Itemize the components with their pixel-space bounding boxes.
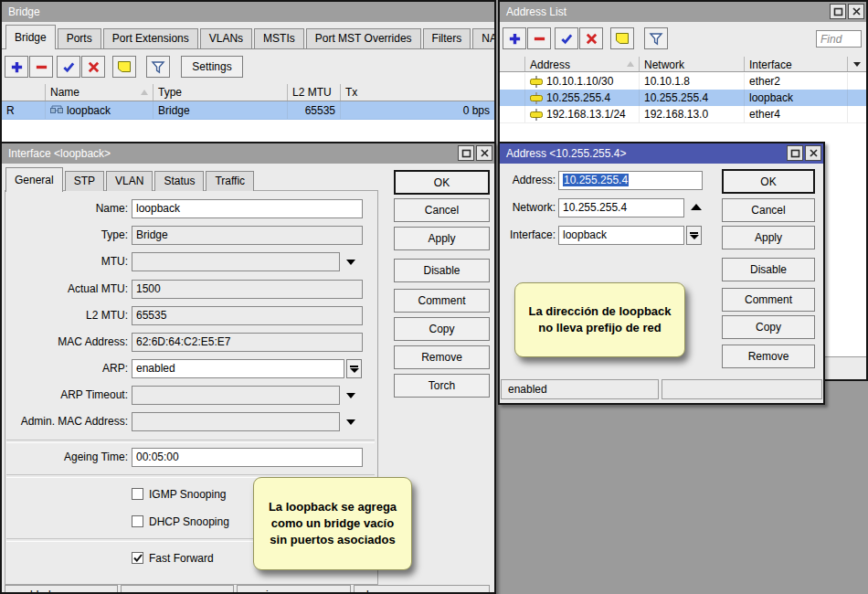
tab-status[interactable]: Status [154,171,204,191]
filter-address-button[interactable] [644,27,668,49]
arp-combo-button[interactable] [346,359,362,378]
torch-button[interactable]: Torch [394,374,490,398]
admin-mac-field[interactable] [132,412,340,431]
filter-button[interactable] [146,56,170,78]
enable-button[interactable] [57,56,80,78]
bridge-table-header: Name Type L2 MTU Tx [2,84,494,101]
tab-mstis[interactable]: MSTIs [254,28,304,48]
checkmark-icon [133,554,143,562]
settings-button[interactable]: Settings [181,56,243,78]
tab-filters[interactable]: Filters [423,28,471,48]
maximize-button[interactable] [830,4,846,19]
address-field[interactable]: 10.255.255.4 [558,171,703,190]
arp-field[interactable]: enabled [132,359,344,378]
tab-bridge[interactable]: Bridge [5,25,56,49]
column-name[interactable]: Name [46,84,153,101]
column-l2mtu[interactable]: L2 MTU [288,84,341,101]
table-row-ether2[interactable]: 10.10.1.10/30 10.10.1.8 ether2 [500,73,866,90]
check-icon [560,32,574,46]
ok-button[interactable]: OK [722,169,815,194]
close-icon [852,6,862,16]
tab-port-mst-overrides[interactable]: Port MST Overrides [306,28,421,48]
igmp-snooping-label: IGMP Snooping [149,488,227,501]
mtu-dropdown-icon[interactable] [346,260,355,265]
cancel-button[interactable]: Cancel [394,198,490,222]
tab-traffic[interactable]: Traffic [206,171,254,191]
row-name: loopback [67,104,111,117]
comment-address-button[interactable] [610,27,634,49]
copy-button[interactable]: Copy [394,317,490,341]
tab-nat[interactable]: NAT [472,28,496,48]
arp-timeout-dropdown-icon[interactable] [346,393,355,398]
remove-button[interactable]: Remove [722,345,815,368]
close-button[interactable] [805,145,821,161]
tab-ports[interactable]: Ports [58,28,101,48]
add-address-button[interactable] [503,27,526,49]
row-type: Bridge [158,104,190,117]
mtu-field[interactable] [132,252,340,271]
interface-field[interactable]: loopback [558,226,684,245]
arp-timeout-field[interactable] [132,386,340,405]
close-button[interactable] [848,4,864,19]
tab-general[interactable]: General [5,167,63,192]
bridge-titlebar[interactable]: Bridge [2,2,494,22]
remove-button[interactable] [29,56,53,78]
disable-button[interactable]: Disable [394,259,490,282]
tab-vlans[interactable]: VLANs [200,28,252,48]
column-chooser-button[interactable] [848,57,866,71]
column-type[interactable]: Type [153,84,288,101]
network-field[interactable]: 10.255.255.4 [558,198,684,217]
combo-bar-icon [690,232,698,234]
close-button[interactable] [476,145,492,161]
admin-mac-dropdown-icon[interactable] [346,419,355,425]
column-network[interactable]: Network [640,57,745,71]
chevron-down-icon [350,368,359,373]
add-button[interactable] [5,56,28,78]
ageing-time-field[interactable]: 00:05:00 [132,448,363,467]
address-icon [530,92,543,104]
table-row-ether4[interactable]: 192.168.13.1/24 192.168.13.0 ether4 [500,106,866,123]
find-input[interactable] [816,30,862,48]
interface-combo-button[interactable] [686,226,702,245]
name-field[interactable]: loopback [132,199,363,218]
disable-button[interactable]: Disable [722,258,815,281]
chevron-down-icon [690,235,699,239]
fast-forward-checkbox[interactable] [132,552,143,564]
row-l2mtu: 65535 [305,104,335,117]
cancel-button[interactable]: Cancel [722,198,815,222]
table-row-loopback-address[interactable]: 10.255.255.4 10.255.255.4 loopback [500,90,866,107]
copy-button[interactable]: Copy [722,315,815,339]
enable-address-button[interactable] [555,27,578,49]
column-address[interactable]: Address [525,57,640,71]
column-tx[interactable]: Tx [341,84,494,101]
disable-button[interactable] [81,56,105,78]
disable-address-button[interactable] [579,27,603,49]
column-flags[interactable] [2,84,46,101]
column-interface[interactable]: Interface [745,57,848,71]
comment-button[interactable] [112,56,136,78]
apply-button[interactable]: Apply [394,227,490,250]
column-icon[interactable] [500,57,525,71]
interface-dialog-title: Interface <loopback> [8,147,111,160]
network-up-icon[interactable] [691,204,702,210]
tab-stp[interactable]: STP [65,171,104,191]
tab-vlan[interactable]: VLAN [106,171,153,191]
table-row-loopback[interactable]: R loopback Bridge 65535 0 bps [2,101,494,120]
address-list-titlebar[interactable]: Address List [500,2,866,22]
comment-button[interactable]: Comment [722,288,815,312]
comment-button[interactable]: Comment [394,289,490,313]
tab-port-extensions[interactable]: Port Extensions [103,28,198,48]
remove-button[interactable]: Remove [394,345,490,369]
igmp-snooping-row: IGMP Snooping [132,487,227,501]
igmp-snooping-checkbox[interactable] [132,488,143,500]
apply-button[interactable]: Apply [722,226,815,249]
maximize-button[interactable] [458,145,474,161]
bridge-window-title: Bridge [8,5,40,18]
remove-address-button[interactable] [527,27,551,49]
network-label: Network: [502,198,556,217]
address-dialog-titlebar[interactable]: Address <10.255.255.4> [500,143,823,164]
maximize-button[interactable] [787,145,803,161]
plus-icon [508,32,522,46]
dhcp-snooping-checkbox[interactable] [132,515,143,527]
interface-dialog-titlebar[interactable]: Interface <loopback> [2,143,494,164]
